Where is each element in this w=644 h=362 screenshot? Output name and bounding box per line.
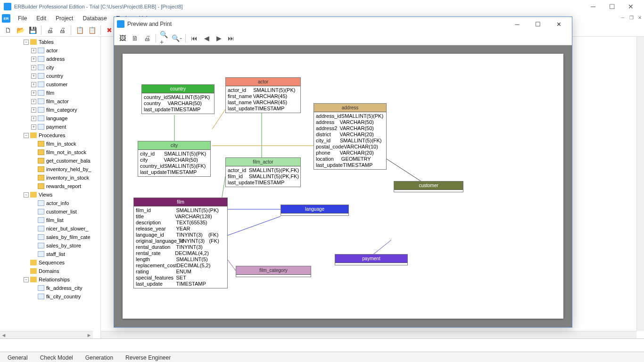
column-row: address_idSMALLINT(5)(PK) (314, 113, 386, 119)
tree-view-sales_by_store[interactable]: sales_by_store (0, 241, 100, 250)
first-page-icon[interactable]: ⏮ (190, 33, 199, 43)
column-row: film_idSMALLINT(5)(PK) (134, 207, 227, 214)
preview-toolbar: 🖼 🗎 🖨 🔍+ 🔍- ⏮ ◀ ▶ ⏭ (114, 31, 572, 45)
tree-proc-film_not_in_stock[interactable]: film_not_in_stock (0, 148, 100, 156)
print-icon[interactable]: 🖨 (45, 25, 55, 35)
export-icon[interactable]: 🗎 (130, 33, 140, 43)
tree-view-staff_list[interactable]: staff_list (0, 250, 100, 258)
column-row: film_idSMALLINT(5)(PK,FK) (226, 173, 300, 180)
close-button[interactable]: ✕ (621, 0, 640, 13)
entity-film-category[interactable]: film_category (236, 266, 311, 277)
preview-minimize[interactable]: ─ (507, 17, 528, 31)
menu-file[interactable]: File (13, 14, 32, 23)
mdi-close[interactable]: ✕ (636, 13, 644, 22)
tree-view-sales_by_film_cate[interactable]: sales_by_film_cate (0, 233, 100, 241)
column-row: last_updateTIMESTAMP (226, 180, 300, 186)
column-row: ratingENUM (134, 269, 227, 275)
copy-icon[interactable]: 📋 (74, 25, 85, 35)
tree-tables[interactable]: −Tables (0, 38, 100, 46)
menu-project[interactable]: Project (51, 14, 78, 23)
column-row: country_idSMALLINT(5)(PK) (142, 94, 214, 100)
entity-payment[interactable]: payment (335, 254, 408, 265)
mdi-restore[interactable]: ❐ (627, 13, 636, 22)
tree-table-film_category[interactable]: +film_category (0, 106, 100, 114)
tree-proc-rewards_report[interactable]: rewards_report (0, 182, 100, 190)
tab-general[interactable]: General (2, 353, 33, 362)
preview-body: country country_idSMALLINT(5)(PK)country… (114, 45, 572, 327)
tree-procedures[interactable]: −Procedures (0, 131, 100, 140)
tree-table-payment[interactable]: +payment (0, 123, 100, 131)
menu-edit[interactable]: Edit (32, 14, 51, 23)
open-icon[interactable]: 📂 (15, 25, 25, 35)
print-preview-icon[interactable]: 🖨 (57, 25, 67, 35)
minimize-button[interactable]: ─ (584, 0, 603, 13)
entity-language[interactable]: language (281, 205, 349, 216)
entity-actor[interactable]: actor actor_idSMALLINT(5)(PK)first_nameV… (225, 77, 301, 113)
tree-view-film_list[interactable]: film_list (0, 216, 100, 224)
tab-check-model[interactable]: Check Model (34, 353, 79, 362)
tree-rel-fk_address_city[interactable]: fk_address_city (0, 284, 100, 292)
column-row: last_updateTIMESTAMP (142, 107, 214, 113)
column-row: locationGEOMETRY (314, 156, 386, 162)
zoom-in-icon[interactable]: 🔍+ (160, 33, 169, 43)
tree-view-nicer_but_slower_[interactable]: nicer_but_slower_ (0, 224, 100, 233)
tree-proc-film_in_stock[interactable]: film_in_stock (0, 140, 100, 148)
column-row: rental_durationTINYINT(3) (134, 244, 227, 250)
tree-views[interactable]: −Views (0, 190, 100, 199)
main-titlebar: ERBuilder Professional Edition - Trial [… (0, 0, 644, 13)
column-row: lengthSMALLINT(5) (134, 256, 227, 263)
delete-icon[interactable]: ✖ (104, 25, 115, 35)
menu-database[interactable]: Database (78, 14, 111, 23)
print2-icon[interactable]: 🖨 (142, 33, 152, 43)
tree-table-film[interactable]: +film (0, 89, 100, 97)
tree-table-actor[interactable]: +actor (0, 46, 100, 55)
tree-proc-inventory_held_by_[interactable]: inventory_held_by_ (0, 165, 100, 173)
next-page-icon[interactable]: ▶ (214, 33, 223, 43)
tree-rel-fk_city_country[interactable]: fk_city_country (0, 292, 100, 301)
tree-relationships[interactable]: −Relationships (0, 275, 100, 284)
prev-page-icon[interactable]: ◀ (202, 33, 211, 43)
tab-reverse-engineer[interactable]: Reverse Engineer (120, 353, 176, 362)
entity-film-actor[interactable]: film_actor actor_idSMALLINT(5)(PK,FK)fil… (225, 157, 301, 187)
new-icon[interactable]: 🗋 (3, 25, 13, 35)
tree-view-actor_info[interactable]: actor_info (0, 199, 100, 207)
entity-city[interactable]: city city_idSMALLINT(5)(PK)cityVARCHAR(5… (138, 141, 211, 177)
tree-table-language[interactable]: +language (0, 114, 100, 123)
tree-table-city[interactable]: +city (0, 63, 100, 72)
canvas-vscroll[interactable] (636, 37, 644, 331)
column-row: replacement_costDECIMAL(5,2) (134, 263, 227, 269)
last-page-icon[interactable]: ⏭ (226, 33, 236, 43)
column-row: last_updateTIMESTAMP (134, 281, 227, 287)
save-icon[interactable]: 💾 (27, 25, 38, 35)
paste-icon[interactable]: 📋 (87, 25, 97, 35)
entity-country[interactable]: country country_idSMALLINT(5)(PK)country… (141, 84, 215, 114)
tree-table-country[interactable]: +country (0, 72, 100, 80)
mdi-minimize[interactable]: ─ (619, 13, 627, 22)
tree-proc-get_customer_bala[interactable]: get_customer_bala (0, 156, 100, 165)
preview-titlebar[interactable]: Preview and Print ─ ☐ ✕ (114, 17, 572, 31)
preview-page: country country_idSMALLINT(5)(PK)country… (123, 54, 563, 319)
entity-customer[interactable]: customer (394, 181, 463, 192)
tree-table-customer[interactable]: +customer (0, 80, 100, 89)
tree-table-address[interactable]: +address (0, 55, 100, 63)
entity-film[interactable]: film film_idSMALLINT(5)(PK)titleVARCHAR(… (133, 197, 228, 288)
tree-table-film_actor[interactable]: +film_actor (0, 97, 100, 106)
tab-generation[interactable]: Generation (80, 353, 119, 362)
entity-address[interactable]: address address_idSMALLINT(5)(PK)address… (314, 103, 387, 170)
sidebar-hscroll[interactable]: ◄► (0, 331, 93, 338)
object-tree[interactable]: −Tables +actor+address+city+country+cust… (0, 37, 101, 338)
tree-view-customer_list[interactable]: customer_list (0, 207, 100, 216)
tree-proc-inventory_in_stock[interactable]: inventory_in_stock (0, 173, 100, 182)
preview-maximize[interactable]: ☐ (528, 17, 548, 31)
tree-sequences[interactable]: Sequences (0, 258, 100, 267)
maximize-button[interactable]: ☐ (603, 0, 621, 13)
column-row: postal_codeVARCHAR(10) (314, 144, 386, 150)
zoom-out-icon[interactable]: 🔍- (172, 33, 182, 43)
image-icon[interactable]: 🖼 (118, 33, 127, 43)
column-row: phoneVARCHAR(20) (314, 150, 386, 156)
column-row: language_idTINYINT(3)(FK) (134, 232, 227, 238)
canvas-hscroll[interactable] (101, 331, 636, 338)
tree-domains[interactable]: Domains (0, 267, 100, 275)
preview-close[interactable]: ✕ (548, 17, 569, 31)
column-row: last_updateTIMESTAMP (138, 169, 210, 175)
